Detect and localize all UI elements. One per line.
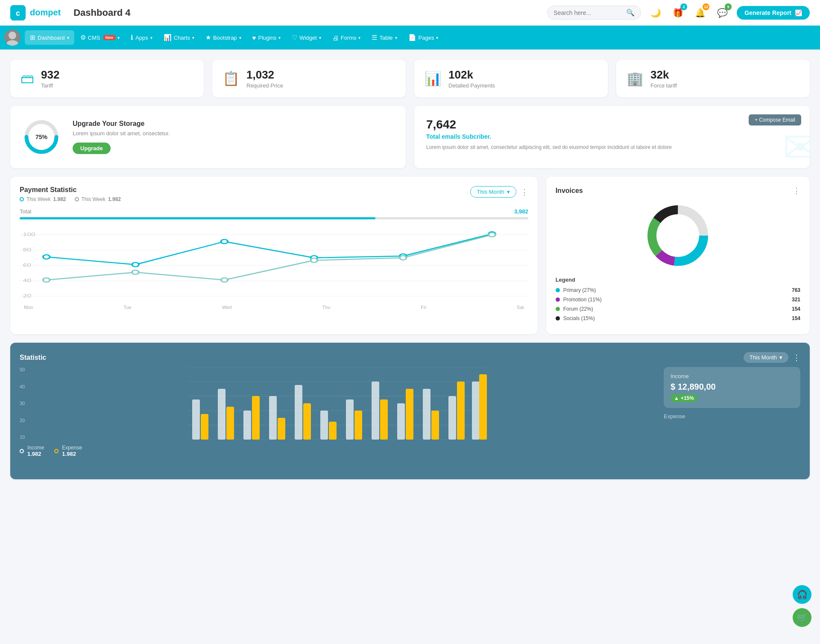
- force-tariff-label: Force tariff: [650, 82, 677, 89]
- chevron-down-icon: ▾: [779, 354, 782, 361]
- nav-item-forms[interactable]: 🖨 Forms ▾: [327, 31, 366, 45]
- chevron-down-icon: ▾: [278, 35, 281, 40]
- stat-card-force-tariff: 🏢 32k Force tariff: [616, 60, 810, 97]
- invoices-more-button[interactable]: ⋮: [793, 186, 800, 195]
- charts-row: Payment Statistic This Week 1.982 This W…: [10, 177, 810, 334]
- forum-dot: [556, 307, 560, 311]
- nav-item-dashboard[interactable]: ⊞ Dashboard ▾: [25, 30, 74, 45]
- chevron-down-icon: ▾: [192, 35, 194, 40]
- header-icons: 🌙 🎁 2 🔔 12 💬 5: [648, 5, 730, 20]
- income-legend-value: 1.982: [27, 451, 44, 457]
- stat-cards-row: 🗃 932 Tariff 📋 1,032 Required Price 📊 10…: [10, 60, 810, 97]
- month-select[interactable]: This Month ▾: [470, 186, 516, 198]
- payment-title: Payment Statistic: [20, 186, 121, 194]
- statistic-card: Statistic This Month ▾ ⋮ 10 20 30 40 50: [10, 343, 810, 479]
- income-expense-panel: Income $ 12,890,00 ▲ +15% Expense: [664, 367, 800, 422]
- invoices-legend: Primary (27%) 763 Promotion (11%) 321 Fo…: [556, 287, 800, 321]
- page-title: Dashboard 4: [73, 7, 130, 18]
- payment-more-button[interactable]: ⋮: [521, 187, 528, 197]
- statistic-more-button[interactable]: ⋮: [793, 353, 800, 362]
- nav-label-widget: Widget: [299, 35, 316, 41]
- invoices-card: Invoices ⋮: [546, 177, 810, 334]
- tariff-label: Tariff: [41, 82, 59, 89]
- legend-socials: Socials (15%) 154: [556, 315, 800, 321]
- second-row: 75% Upgrade Your Storage Lorem ipsum dol…: [10, 106, 810, 168]
- search-area: 🔍 🌙 🎁 2 🔔 12 💬 5 Generate Report 📈: [547, 5, 810, 20]
- svg-rect-45: [252, 396, 260, 440]
- nav-item-apps[interactable]: ℹ Apps ▾: [126, 30, 158, 45]
- expense-legend: Expense 1.982: [54, 445, 82, 457]
- payments-value: 102k: [448, 68, 495, 82]
- nav-item-pages[interactable]: 📄 Pages ▾: [403, 30, 444, 45]
- svg-point-18: [221, 239, 228, 244]
- search-input[interactable]: [554, 9, 626, 16]
- promotion-label: Promotion (11%): [563, 297, 602, 303]
- income-change: ▲ +15%: [671, 394, 697, 402]
- socials-dot: [556, 316, 560, 321]
- upgrade-title: Upgrade Your Storage: [73, 120, 170, 128]
- stat-info-required-price: 1,032 Required Price: [246, 68, 283, 89]
- apps-icon: ℹ: [131, 34, 133, 41]
- invoices-title: Invoices: [556, 187, 583, 195]
- svg-rect-53: [354, 411, 362, 440]
- svg-rect-49: [303, 403, 311, 440]
- socials-value: 154: [792, 315, 800, 321]
- stat-info-payments: 102k Detalled Payments: [448, 68, 495, 89]
- nav-item-widget[interactable]: ♡ Widget ▾: [287, 30, 326, 45]
- payments-icon: 📊: [425, 70, 442, 87]
- svg-rect-44: [243, 411, 251, 440]
- x-label-sat: Sat: [517, 305, 524, 310]
- email-count: 7,642: [426, 118, 798, 131]
- nav-label-apps: Apps: [135, 35, 148, 41]
- bell-badge: 12: [703, 3, 709, 10]
- x-label-tue: Tue: [123, 305, 132, 310]
- bell-button[interactable]: 🔔 12: [692, 5, 708, 20]
- forum-value: 154: [792, 306, 800, 312]
- search-box[interactable]: 🔍: [547, 6, 641, 20]
- nav-item-table[interactable]: ☰ Table ▾: [366, 30, 402, 45]
- bar-chart-svg: [20, 367, 655, 440]
- svg-rect-46: [269, 396, 277, 440]
- chat-button[interactable]: 💬 5: [715, 5, 730, 20]
- upgrade-button[interactable]: Upgrade: [73, 143, 111, 154]
- svg-text:c: c: [16, 9, 20, 17]
- income-amount: $ 12,890,00: [671, 382, 794, 392]
- nav-item-bootstrap[interactable]: ★ Bootstrap ▾: [200, 30, 246, 45]
- svg-rect-42: [218, 389, 226, 440]
- legend-week2: This Week 1.982: [75, 196, 121, 202]
- gift-button[interactable]: 🎁 2: [670, 5, 685, 20]
- search-icon: 🔍: [626, 9, 635, 17]
- logo-area: c dompet: [10, 5, 61, 20]
- total-value: 3,982: [514, 208, 528, 215]
- svg-point-33: [656, 214, 699, 257]
- nav-label-forms: Forms: [341, 35, 357, 41]
- chart-icon: 📈: [795, 9, 802, 16]
- svg-point-27: [489, 233, 495, 237]
- logo-icon: c: [10, 5, 26, 20]
- svg-point-25: [310, 258, 317, 262]
- storage-percent: 75%: [35, 134, 47, 140]
- force-tariff-value: 32k: [650, 68, 677, 82]
- promotion-value: 321: [792, 297, 800, 303]
- dark-mode-button[interactable]: 🌙: [648, 5, 663, 20]
- x-label-thu: Thu: [322, 305, 330, 310]
- nav-item-charts[interactable]: 📊 Charts ▾: [158, 30, 199, 45]
- nav-item-cms[interactable]: ⚙ CMS New ▾: [75, 30, 125, 45]
- generate-report-button[interactable]: Generate Report 📈: [737, 6, 810, 20]
- nav-label-dashboard: Dashboard: [38, 35, 65, 41]
- legend-week1: This Week 1.982: [20, 196, 66, 202]
- income-box: Income $ 12,890,00 ▲ +15%: [664, 367, 800, 408]
- x-axis-labels: Mon Tue Wed Thu Fri Sat: [20, 305, 528, 310]
- nav-item-plugins[interactable]: ♥ Plugins ▾: [247, 31, 286, 45]
- invoices-legend-title: Legend: [556, 277, 800, 283]
- nav-label-plugins: Plugins: [258, 35, 277, 41]
- statistic-month-button[interactable]: This Month ▾: [744, 352, 788, 363]
- payment-legends: This Week 1.982 This Week 1.982: [20, 196, 121, 202]
- primary-label: Primary (27%): [563, 287, 596, 293]
- svg-rect-54: [372, 382, 379, 440]
- svg-point-23: [132, 270, 139, 274]
- month-label: This Month: [477, 189, 504, 195]
- bar-chart-legend: Income 1.982 Expense 1.982: [20, 445, 655, 457]
- payment-card: Payment Statistic This Week 1.982 This W…: [10, 177, 538, 334]
- y-label-20: 20: [20, 418, 25, 423]
